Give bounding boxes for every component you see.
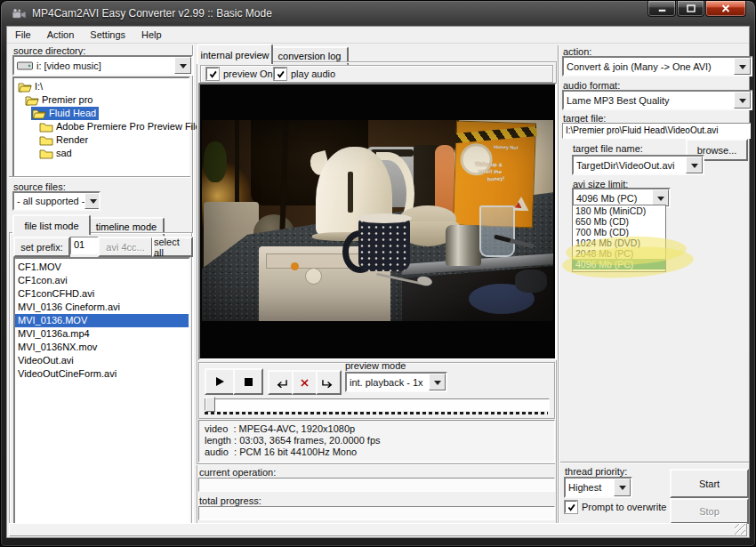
divider-left-center	[192, 45, 193, 523]
resize-grip[interactable]	[735, 524, 745, 535]
close-icon	[721, 4, 730, 12]
dropdown-option[interactable]: 650 Mb (CD)	[573, 216, 665, 227]
file-row[interactable]: MVI_0136a.mp4	[15, 327, 189, 341]
dropdown-option[interactable]: 700 Mb (CD)	[573, 227, 665, 237]
chevron-down-icon[interactable]	[734, 92, 751, 109]
checkbox-checked-icon	[274, 68, 286, 80]
maximize-icon	[687, 4, 696, 12]
file-row[interactable]: VideoOut.avi	[15, 354, 189, 367]
open-folder-icon	[32, 109, 46, 119]
tree-item[interactable]: Render	[14, 133, 189, 147]
titlebar[interactable]: MP4Cam2AVI Easy Converter v2.99 :: Basic…	[1, 1, 755, 26]
close-button[interactable]	[705, 1, 746, 17]
file-row-selected[interactable]: MVI_0136.MOV	[15, 314, 189, 327]
status-bar	[9, 523, 747, 536]
info-audio: audio : PCM 16 bit 44100Hz Mono	[205, 446, 357, 457]
preview-on-checkbox[interactable]: preview On	[206, 68, 273, 80]
target-file-input[interactable]: I:\Premier pro\Fluid Head\VideoOut.avi	[562, 123, 751, 139]
start-button[interactable]: Start	[670, 469, 749, 498]
mark-end-button[interactable]	[316, 370, 342, 395]
play-icon	[214, 376, 225, 387]
info-length: length : 03:03, 3654 frames, 20.0000 fps	[205, 435, 381, 446]
menu-bar: File Action Settings Help	[7, 27, 749, 44]
file-row[interactable]: MVI_0136NX.mov	[15, 341, 189, 354]
window-title: MP4Cam2AVI Easy Converter v2.99 :: Basic…	[32, 7, 272, 20]
info-video: video : MPEG4-AVC, 1920x1080p	[205, 423, 355, 434]
slider-ticks	[205, 412, 548, 414]
preview-mode-combo[interactable]: int. playback - 1x	[345, 372, 447, 392]
audio-format-combo[interactable]: Lame MP3 Best Quality	[562, 90, 752, 110]
folder-icon	[39, 122, 53, 133]
clear-mark-button[interactable]	[292, 370, 318, 395]
prompt-overwrite-checkbox[interactable]: Prompt to overwrite	[565, 501, 666, 513]
tree-item[interactable]: I:\	[14, 80, 189, 93]
thread-priority-combo[interactable]: Highest	[564, 477, 632, 498]
video-preview: Honey Nut Wake up & smell the honey!	[198, 83, 557, 360]
file-row[interactable]: CF1con.avi	[15, 274, 189, 287]
minimize-icon	[658, 4, 666, 12]
stop-playback-button[interactable]	[233, 368, 263, 395]
avi-4cc-button[interactable]: avi 4cc...	[98, 237, 153, 257]
play-button[interactable]	[205, 368, 235, 395]
chevron-down-icon[interactable]	[734, 58, 751, 75]
open-folder-icon	[25, 95, 39, 106]
tab-file-list-mode[interactable]: file list mode	[12, 214, 91, 235]
arrow-left-mark-icon	[274, 378, 287, 388]
divider	[197, 463, 555, 464]
preview-mode-label: preview mode	[345, 360, 406, 371]
client-area: File Action Settings Help source directo…	[6, 26, 750, 538]
checkbox-checked-icon	[565, 501, 577, 513]
prefix-input[interactable]: 01	[70, 237, 99, 254]
stop-button[interactable]: Stop	[670, 498, 749, 524]
seek-slider-thumb[interactable]	[205, 397, 215, 412]
stop-icon	[244, 377, 253, 387]
preview-photo: Honey Nut Wake up & smell the honey!	[202, 120, 553, 321]
tree-item-selected[interactable]: Fluid Head	[14, 107, 189, 120]
source-directory-value: i: [video music]	[36, 60, 101, 71]
menu-action[interactable]: Action	[39, 27, 83, 43]
maximize-button[interactable]	[677, 1, 704, 17]
tree-item[interactable]: Adobe Premiere Pro Preview Files	[14, 120, 189, 133]
select-all-button[interactable]: select all	[152, 237, 193, 257]
set-prefix-button[interactable]: set prefix:	[13, 237, 70, 257]
file-row[interactable]: CF1conCFHD.avi	[15, 287, 189, 301]
mark-start-button[interactable]	[268, 370, 294, 395]
dropdown-option[interactable]: 180 Mb (MiniCD)	[573, 205, 665, 216]
chevron-down-icon[interactable]	[174, 57, 191, 74]
folder-tree: I:\ Premier pro Fluid Head Adobe Premier…	[12, 76, 190, 178]
x-icon	[300, 378, 310, 388]
seek-slider-track[interactable]	[205, 398, 550, 411]
file-row[interactable]: MVI_0136 Cineform.avi	[15, 301, 189, 314]
window-controls	[647, 1, 746, 17]
target-file-name-combo[interactable]: TargetDir\VideoOut.avi	[572, 155, 704, 175]
file-row[interactable]: VideoOutCineForm.avi	[15, 367, 189, 381]
file-list: CF1.MOV CF1con.avi CF1conCFHD.avi MVI_01…	[13, 257, 190, 525]
chevron-down-icon[interactable]	[614, 479, 631, 496]
source-files-filter-combo[interactable]: - all supported -	[12, 191, 101, 211]
tab-internal-preview[interactable]: internal preview	[197, 44, 273, 64]
tree-item[interactable]: Premier pro	[14, 93, 189, 107]
minimize-button[interactable]	[647, 1, 676, 17]
filter-value: - all supported -	[17, 196, 84, 206]
chevron-down-icon[interactable]	[84, 193, 101, 209]
total-progress-label: total progress:	[199, 495, 261, 506]
menu-settings[interactable]: Settings	[82, 27, 133, 43]
folder-icon	[39, 135, 53, 146]
drive-icon	[17, 61, 33, 70]
checkbox-checked-icon	[206, 68, 219, 80]
play-audio-checkbox[interactable]: play audio	[274, 68, 335, 80]
current-operation-progressbar	[198, 478, 555, 492]
divider-center-right	[558, 45, 559, 523]
action-combo[interactable]: Convert & join (Many -> One AVI)	[562, 56, 752, 76]
menu-file[interactable]: File	[7, 27, 39, 43]
current-operation-label: current operation:	[199, 467, 276, 478]
chevron-down-icon[interactable]	[686, 157, 703, 173]
arrow-right-mark-icon	[322, 378, 335, 388]
tree-item[interactable]: sad	[14, 147, 189, 160]
open-folder-icon	[18, 82, 32, 93]
chevron-down-icon[interactable]	[429, 374, 446, 390]
menu-help[interactable]: Help	[133, 27, 170, 43]
source-directory-combo[interactable]: i: [video music]	[12, 55, 193, 76]
file-row[interactable]: CF1.MOV	[15, 261, 189, 274]
total-progress-progressbar	[198, 506, 555, 520]
